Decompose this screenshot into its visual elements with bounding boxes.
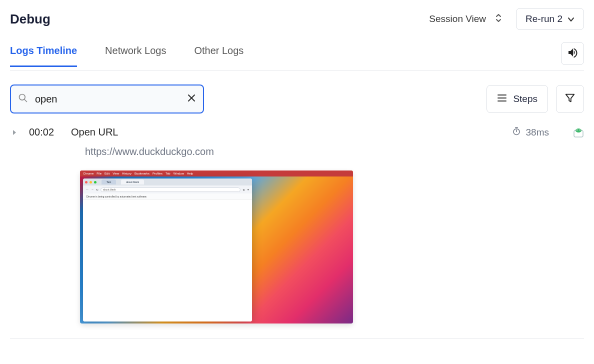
log-entry-header[interactable]: 00:02 Open URL 38ms bbox=[10, 126, 584, 138]
filter-button[interactable] bbox=[556, 85, 584, 113]
macos-menubar: Chrome File Edit View History Bookmarks … bbox=[80, 170, 353, 176]
stopwatch-icon bbox=[512, 126, 521, 138]
tabs: Logs Timeline Network Logs Other Logs bbox=[10, 45, 244, 67]
log-url: https://www.duckduckgo.com bbox=[85, 146, 584, 158]
tabs-row: Logs Timeline Network Logs Other Logs bbox=[10, 42, 584, 70]
chrome-window: Test about:blank ← → ↻ about:blank ★ ● C… bbox=[83, 178, 252, 322]
svg-marker-8 bbox=[13, 130, 16, 135]
list-icon bbox=[497, 94, 507, 104]
search-box[interactable] bbox=[10, 84, 204, 114]
volume-icon bbox=[566, 46, 578, 60]
log-duration-value: 38ms bbox=[526, 127, 549, 138]
log-timestamp: 00:02 bbox=[29, 126, 61, 138]
tab-other-logs[interactable]: Other Logs bbox=[194, 45, 244, 67]
clear-icon[interactable] bbox=[187, 94, 196, 104]
svg-line-1 bbox=[24, 100, 27, 102]
chevron-down-icon bbox=[568, 14, 574, 24]
controls-row: Steps bbox=[10, 84, 584, 114]
controls-right: Steps bbox=[486, 85, 584, 113]
filter-icon bbox=[564, 92, 576, 106]
search-icon bbox=[18, 93, 28, 105]
page-title: Debug bbox=[10, 12, 50, 27]
search-input[interactable] bbox=[34, 93, 181, 106]
log-duration: 38ms bbox=[512, 126, 549, 138]
svg-point-17 bbox=[580, 130, 580, 130]
header-actions: Session View Re-run 2 bbox=[429, 8, 584, 30]
steps-label: Steps bbox=[513, 94, 538, 104]
rerun-label: Re-run 2 bbox=[526, 14, 562, 24]
log-screenshot[interactable]: Chrome File Edit View History Bookmarks … bbox=[80, 170, 584, 324]
tab-network-logs[interactable]: Network Logs bbox=[105, 45, 166, 67]
svg-point-13 bbox=[576, 128, 582, 132]
up-down-icon bbox=[495, 13, 502, 26]
log-step-name: Open URL bbox=[71, 126, 502, 138]
browser-icon bbox=[573, 127, 584, 138]
session-view-selector[interactable]: Session View bbox=[429, 13, 502, 26]
steps-button[interactable]: Steps bbox=[486, 85, 548, 113]
log-entry: 00:02 Open URL 38ms bbox=[10, 126, 584, 339]
sound-button[interactable] bbox=[561, 42, 584, 65]
header: Debug Session View Re-run 2 bbox=[10, 8, 584, 30]
rerun-dropdown[interactable]: Re-run 2 bbox=[516, 8, 584, 30]
session-view-label: Session View bbox=[429, 14, 486, 24]
screenshot-thumbnail: Chrome File Edit View History Bookmarks … bbox=[80, 170, 353, 324]
svg-point-16 bbox=[576, 130, 577, 130]
tab-logs-timeline[interactable]: Logs Timeline bbox=[10, 45, 77, 67]
chevron-right-icon[interactable] bbox=[10, 130, 19, 136]
svg-marker-7 bbox=[566, 94, 574, 102]
